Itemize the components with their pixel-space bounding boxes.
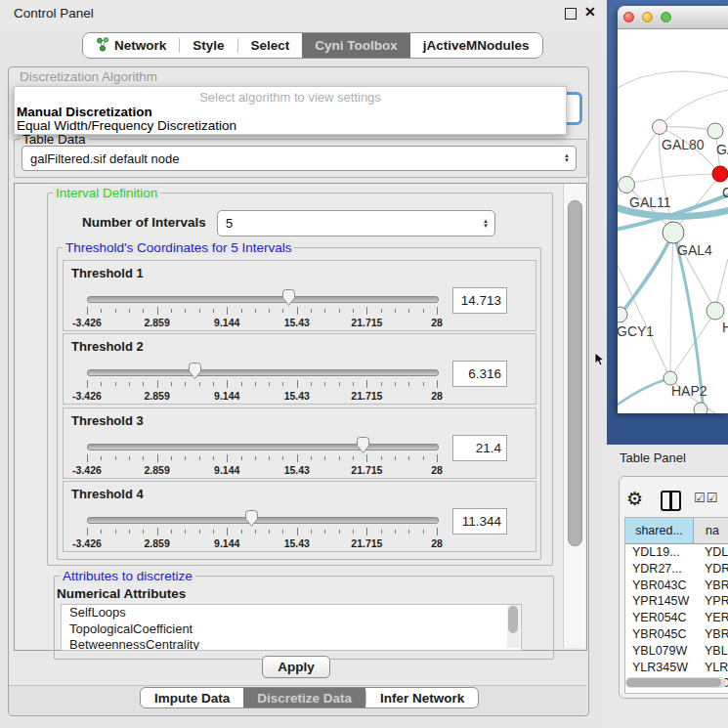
- mouse-cursor: [594, 352, 606, 371]
- screen: Control Panel ✕ Network Style Select Cyn…: [0, 0, 728, 728]
- slider-track[interactable]: [87, 517, 439, 524]
- node-gal4[interactable]: [663, 222, 684, 243]
- table-data-combobox[interactable]: galFiltered.sif default node ▲▼: [21, 146, 577, 171]
- node-table[interactable]: shared... na YDL19...YDL1 YDR27...YDR2 Y…: [624, 517, 728, 694]
- tab-select-label: Select: [251, 38, 290, 53]
- slider-ticks: [87, 454, 437, 463]
- minimize-traffic-light-icon[interactable]: [642, 12, 653, 22]
- node-gal80[interactable]: [653, 120, 667, 135]
- network-icon: [96, 37, 109, 55]
- node-label-gal4: GAL4: [677, 242, 712, 258]
- dropdown-prompt-item[interactable]: Select algorithm to view settings: [15, 87, 566, 106]
- table-row[interactable]: YLR345WYLR3: [625, 660, 728, 676]
- tab-jactivemnodules[interactable]: jActiveMNodules: [410, 33, 542, 58]
- slider-track[interactable]: [87, 444, 439, 450]
- slider-track[interactable]: [87, 369, 439, 376]
- table-row[interactable]: YDR27...YDR2: [625, 561, 728, 578]
- slider-tick-labels: -3.426 2.859 9.144 15.43 21.715 28: [87, 317, 437, 328]
- threshold-2-box: Threshold 2 -3.426 2.859 9.144 15.43 21.…: [63, 333, 536, 405]
- tab-discretize-data[interactable]: Discretize Data: [243, 688, 365, 707]
- slider-tick-labels: -3.426 2.859 9.144 15.43 21.715 28: [87, 390, 437, 402]
- tab-infer-network[interactable]: Infer Network: [366, 688, 478, 707]
- network-window[interactable]: GAL80 GA C GAL11 GAL4 GCY1 H HAP2: [618, 6, 728, 413]
- slider-thumb[interactable]: [356, 437, 370, 453]
- tab-cyni-toolbox[interactable]: Cyni Toolbox: [302, 33, 410, 58]
- threshold-1-label: Threshold 1: [71, 266, 144, 280]
- slider-tick-labels: -3.426 2.859 9.144 15.43 21.715 28: [87, 537, 437, 549]
- column-header-name[interactable]: na: [694, 518, 728, 543]
- table-row[interactable]: YBR043CYBR0: [625, 578, 728, 594]
- threshold-1-slider[interactable]: -3.426 2.859 9.144 15.43 21.715 28: [87, 296, 437, 304]
- threshold-4-value-field[interactable]: 11.344: [452, 508, 507, 535]
- list-item[interactable]: TopologicalCoefficient: [62, 621, 521, 638]
- node-label-gal80: GAL80: [662, 137, 705, 152]
- columns-icon[interactable]: [661, 491, 681, 511]
- tab-cyni-toolbox-label: Cyni Toolbox: [315, 38, 398, 53]
- threshold-1-value-field[interactable]: 14.713: [452, 287, 507, 314]
- tab-jactivemnodules-label: jActiveMNodules: [423, 38, 530, 53]
- node-label-gal11: GAL11: [629, 194, 671, 210]
- table-row[interactable]: YER054CYER0: [625, 610, 728, 626]
- zoom-traffic-light-icon[interactable]: [661, 12, 671, 22]
- numerical-attributes-list[interactable]: SelfLoops TopologicalCoefficient Between…: [61, 604, 522, 651]
- threshold-4-slider[interactable]: -3.426 2.859 9.144 15.43 21.715 28: [87, 517, 437, 525]
- table-hscrollbar-thumb[interactable]: [626, 678, 721, 687]
- number-of-intervals-value: 5: [218, 216, 477, 231]
- node-label-gcy1: GCY1: [618, 323, 654, 339]
- dropdown-item-equal-width[interactable]: Equal Width/Frequency Discretization: [15, 119, 566, 133]
- slider-thumb[interactable]: [244, 510, 259, 527]
- gear-icon[interactable]: ⚙: [626, 488, 643, 510]
- threshold-2-slider[interactable]: -3.426 2.859 9.144 15.43 21.715 28: [87, 369, 437, 377]
- threshold-3-box: Threshold 3 -3.426 2.859 9.144 15.43 21.…: [63, 407, 536, 479]
- discretization-algorithm-title: Discretization Algorithm: [20, 69, 157, 84]
- dropdown-item-manual-discretization[interactable]: Manual Discretization: [15, 106, 566, 119]
- table-row[interactable]: YBL079WYBL0: [625, 643, 728, 660]
- threshold-2-value-field[interactable]: 6.316: [452, 361, 507, 387]
- apply-button[interactable]: Apply: [262, 656, 330, 678]
- tab-select[interactable]: Select: [238, 33, 303, 58]
- thresholds-title: Threshold's Coordinates for 5 Intervals: [63, 240, 294, 255]
- tab-style-label: Style: [193, 38, 224, 53]
- close-traffic-light-icon[interactable]: [623, 12, 634, 22]
- slider-tick-labels: -3.426 2.859 9.144 15.43 21.715 28: [87, 464, 437, 476]
- algorithm-dropdown-popup: Select algorithm to view settings Manual…: [14, 86, 567, 135]
- threshold-2-label: Threshold 2: [71, 339, 144, 354]
- tab-impute-data[interactable]: Impute Data: [141, 688, 243, 707]
- threshold-3-slider[interactable]: -3.426 2.859 9.144 15.43 21.715 28: [87, 444, 437, 451]
- node-red-selected[interactable]: [712, 166, 728, 182]
- numerical-attributes-label: Numerical Attributes: [57, 586, 186, 601]
- number-of-intervals-combobox[interactable]: 5 ▲▼: [217, 210, 495, 236]
- node-label-partial-c: C: [722, 185, 728, 200]
- node-h-partial[interactable]: [707, 302, 724, 320]
- network-view[interactable]: GAL80 GA C GAL11 GAL4 GCY1 H HAP2: [618, 29, 728, 413]
- checkbox-icons[interactable]: ☑☑: [694, 491, 718, 505]
- table-row[interactable]: YBR045CYBR0: [625, 626, 728, 643]
- node-gal11[interactable]: [619, 177, 635, 193]
- tab-network[interactable]: Network: [83, 33, 179, 58]
- node-partial-bottom[interactable]: [694, 403, 707, 413]
- table-row[interactable]: YPR145WYPR1: [625, 593, 728, 610]
- slider-thumb[interactable]: [281, 289, 296, 306]
- node-partial-top-right[interactable]: [707, 123, 723, 139]
- close-icon[interactable]: ✕: [584, 4, 596, 20]
- slider-ticks: [87, 528, 437, 536]
- table-data-value: galFiltered.sif default node: [22, 151, 558, 166]
- slider-thumb[interactable]: [188, 363, 202, 379]
- bottom-tab-bar: Impute Data Discretize Data Infer Networ…: [140, 687, 479, 708]
- node-label-partial-ga: GA: [716, 142, 728, 157]
- spinner-arrows-icon: ▲▼: [558, 153, 576, 163]
- tab-style[interactable]: Style: [180, 33, 236, 58]
- list-scrollbar-thumb[interactable]: [508, 606, 518, 633]
- column-header-shared[interactable]: shared...: [625, 518, 694, 543]
- threshold-3-value-field[interactable]: 21.4: [452, 435, 507, 461]
- spinner-arrows-icon: ▲▼: [477, 219, 494, 229]
- list-item[interactable]: BetweennessCentrality: [62, 637, 521, 651]
- node-label-hap2: HAP2: [671, 383, 707, 399]
- float-window-icon[interactable]: [565, 8, 577, 20]
- table-header-row: shared... na: [625, 518, 728, 544]
- slider-track[interactable]: [87, 296, 439, 303]
- panel-scrollbar-thumb[interactable]: [568, 200, 582, 546]
- threshold-4-box: Threshold 4 -3.426 2.859 9.144 15.43 21.…: [63, 481, 536, 552]
- list-item[interactable]: SelfLoops: [62, 605, 521, 621]
- table-row[interactable]: YDL19...YDL1: [625, 544, 728, 561]
